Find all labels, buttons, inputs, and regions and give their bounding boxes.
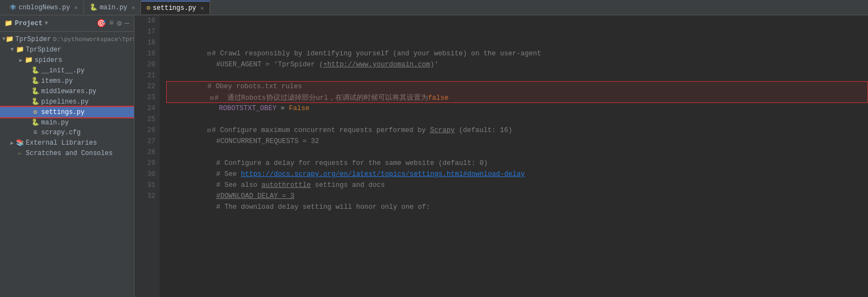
- line-num-25: 25: [134, 114, 160, 125]
- init-label: __init__.py: [41, 67, 84, 75]
- code-line-27: [166, 136, 868, 147]
- main-icon: 🐍: [31, 118, 40, 127]
- code-line-32: # The download delay setting will honor …: [166, 191, 868, 202]
- tree-main[interactable]: 🐍 main.py: [0, 117, 134, 128]
- code-line-20: [166, 59, 868, 70]
- line-num-24: 24: [134, 103, 160, 114]
- code-line-26: #CONCURRENT_REQUESTS = 32: [166, 125, 868, 136]
- folder-icon: 📁: [4, 19, 13, 27]
- minimize-icon[interactable]: —: [125, 19, 129, 28]
- main-label: main.py: [41, 119, 69, 127]
- collapse-icon[interactable]: ≡: [109, 19, 114, 28]
- spiders-arrow: ▶: [18, 57, 24, 64]
- top-tabs: 🕷 cnblogNews.py ✕ 🐍 main.py ✕ ⚙ settings…: [4, 1, 210, 14]
- code-line-21: # Obey robots.txt rules: [166, 70, 868, 81]
- cfg-icon: ≡: [31, 129, 40, 136]
- code-content[interactable]: ⊟# Crawl responsibly by identifying your…: [160, 15, 868, 297]
- tab-cnblogNews-label: cnblogNews.py: [19, 4, 70, 12]
- tree-init[interactable]: 🐍 __init__.py: [0, 65, 134, 76]
- root-folder-icon: 📁: [5, 35, 14, 43]
- line-num-32: 32: [134, 191, 160, 202]
- code-line-24: [166, 103, 868, 114]
- tree-external-libs[interactable]: ▶ 📚 External Libraries: [0, 138, 134, 148]
- code-line-18: ⊟# Crawl responsibly by identifying your…: [166, 37, 868, 48]
- root-path: D:\pythonworkspace\TprSpider: [53, 36, 134, 43]
- sidebar-title: 📁 Project ▼: [4, 19, 48, 27]
- ext-libs-arrow: ▶: [9, 140, 15, 146]
- tree-scratches[interactable]: ✏ Scratches and Consoles: [0, 148, 134, 158]
- line-numbers: 16 17 18 19 20 21 22 23 24 25 26 27 28 2…: [134, 15, 160, 297]
- tab-main-label: main.py: [100, 4, 127, 12]
- tab-settings[interactable]: ⚙ settings.py ✕: [141, 1, 210, 14]
- tab-settings-close[interactable]: ✕: [201, 5, 204, 12]
- scratches-label: Scratches and Consoles: [26, 150, 112, 157]
- line-num-18: 18: [134, 37, 160, 48]
- tree-middlewares[interactable]: 🐍 middlewares.py: [0, 86, 134, 96]
- sidebar-title-label: Project: [15, 20, 42, 27]
- tab-main-close[interactable]: ✕: [132, 4, 135, 11]
- code-line-22: ⊟# 通过Robots协议过滤掉部分url，在调试的时候可以将其设置为false: [166, 81, 868, 92]
- sidebar-header: 📁 Project ▼ 🎯 ≡ ⚙ —: [0, 15, 134, 32]
- tab-main[interactable]: 🐍 main.py ✕: [84, 1, 141, 14]
- settings-icon[interactable]: ⚙: [117, 19, 121, 28]
- ext-libs-icon: 📚: [15, 139, 24, 147]
- sidebar-actions: 🎯 ≡ ⚙ —: [97, 19, 129, 28]
- root-label: TprSpider: [15, 36, 51, 43]
- line-num-16: 16: [134, 15, 160, 26]
- line-num-23: 23: [134, 92, 160, 103]
- init-py-icon: 🐍: [31, 66, 40, 75]
- line-num-28: 28: [134, 147, 160, 158]
- dropdown-icon: ▼: [44, 20, 48, 26]
- tree-root[interactable]: ▼ 📁 TprSpider D:\pythonworkspace\TprSpid…: [0, 34, 134, 44]
- code-line-30: # See also autothrottle settings and doc…: [166, 169, 868, 180]
- line-num-26: 26: [134, 125, 160, 136]
- tab-cnblogNews-close[interactable]: ✕: [75, 4, 78, 11]
- settings-file-label: settings.py: [41, 108, 84, 116]
- middlewares-icon: 🐍: [31, 87, 40, 95]
- editor-content[interactable]: 16 17 18 19 20 21 22 23 24 25 26 27 28 2…: [134, 15, 868, 297]
- tprspider-icon: 📁: [15, 45, 24, 54]
- tprspider-label: TprSpider: [26, 46, 61, 54]
- ext-libs-label: External Libraries: [26, 139, 97, 147]
- tree-tprspider[interactable]: ▼ 📁 TprSpider: [0, 44, 134, 55]
- line-num-21: 21: [134, 70, 160, 81]
- line-num-17: 17: [134, 26, 160, 37]
- line-num-31: 31: [134, 180, 160, 191]
- tprspider-arrow: ▼: [9, 47, 15, 53]
- tab-cnblogNews[interactable]: 🕷 cnblogNews.py ✕: [4, 1, 84, 14]
- line-num-20: 20: [134, 59, 160, 70]
- editor-area: 16 17 18 19 20 21 22 23 24 25 26 27 28 2…: [134, 15, 868, 297]
- code-line-17: [166, 26, 868, 37]
- project-tree: ▼ 📁 TprSpider D:\pythonworkspace\TprSpid…: [0, 32, 134, 297]
- line-num-22: 22: [134, 81, 160, 92]
- code-line-19: #USER_AGENT = 'TprSpider (+http://www.yo…: [166, 48, 868, 59]
- line-num-30: 30: [134, 169, 160, 180]
- line-num-27: 27: [134, 136, 160, 147]
- scratches-icon: ✏: [15, 149, 24, 157]
- tree-scrapy-cfg[interactable]: ≡ scrapy.cfg: [0, 128, 134, 138]
- line-num-29: 29: [134, 158, 160, 169]
- items-label: items.py: [41, 77, 73, 85]
- middlewares-label: middlewares.py: [41, 88, 97, 95]
- code-line-28: # Configure a delay for requests for the…: [166, 147, 868, 158]
- title-bar: 🕷 cnblogNews.py ✕ 🐍 main.py ✕ ⚙ settings…: [0, 0, 868, 15]
- settings-file-icon: ⚙: [31, 108, 40, 116]
- pipelines-label: pipelines.py: [41, 98, 88, 106]
- tree-settings[interactable]: ⚙ settings.py: [0, 107, 134, 117]
- pipelines-icon: 🐍: [31, 98, 40, 106]
- spiders-label: spiders: [35, 56, 62, 64]
- tree-pipelines[interactable]: 🐍 pipelines.py: [0, 96, 134, 107]
- tree-spiders[interactable]: ▶ 📁 spiders: [0, 55, 134, 65]
- main-py-icon: 🐍: [89, 3, 98, 12]
- items-icon: 🐍: [31, 77, 40, 85]
- settings-py-icon: ⚙: [146, 4, 150, 12]
- py-icon: 🕷: [10, 3, 16, 12]
- locate-icon[interactable]: 🎯: [97, 19, 106, 28]
- code-line-31: #DOWNLOAD_DELAY = 3: [166, 180, 868, 191]
- tree-items[interactable]: 🐍 items.py: [0, 76, 134, 86]
- scrapy-cfg-label: scrapy.cfg: [41, 129, 81, 136]
- spiders-icon: 📁: [24, 56, 33, 64]
- code-line-29: # See https://docs.scrapy.org/en/latest/…: [166, 158, 868, 169]
- code-line-25: ⊟# Configure maximum concurrent requests…: [166, 114, 868, 125]
- code-line-23: ROBOTSTXT_OBEY = False: [166, 92, 868, 103]
